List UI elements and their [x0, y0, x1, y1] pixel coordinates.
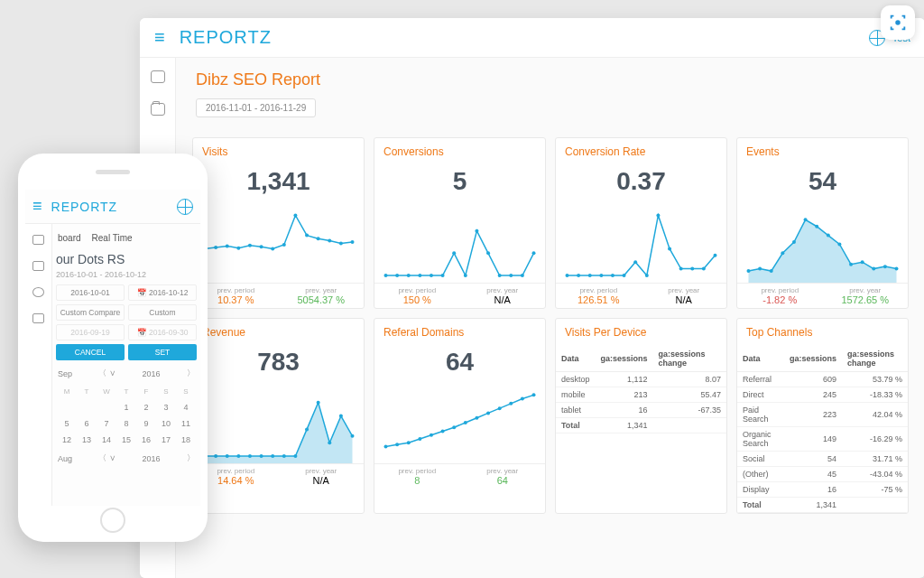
app-header: ≡ REPORTZ Test: [140, 18, 924, 58]
svg-point-34: [623, 274, 626, 277]
svg-point-68: [328, 441, 331, 444]
metric-card: Revenue 783 prev. period14.64 % prev. ye…: [192, 318, 365, 514]
svg-point-50: [827, 234, 830, 238]
svg-point-4: [236, 247, 240, 250]
svg-point-22: [464, 274, 467, 277]
svg-point-79: [475, 416, 478, 420]
svg-point-7: [271, 247, 274, 250]
svg-point-13: [339, 241, 343, 245]
svg-point-80: [486, 411, 490, 415]
table-row: Social5431.71 %: [737, 452, 908, 467]
svg-point-0: [896, 21, 900, 24]
svg-point-78: [464, 421, 467, 424]
svg-point-20: [441, 274, 445, 277]
svg-point-70: [351, 434, 355, 438]
dashboard-icon[interactable]: [151, 70, 165, 83]
desktop-window: ≡ REPORTZ Test Dibz SEO Report 2016-11-0…: [140, 18, 924, 578]
svg-point-83: [521, 397, 524, 401]
svg-point-76: [441, 430, 445, 434]
svg-point-56: [895, 267, 899, 271]
card-title: Visits: [193, 138, 364, 165]
metric-card: Referal Domains 64 prev. period8 prev. y…: [374, 318, 546, 514]
screenshot-button[interactable]: [881, 5, 915, 40]
svg-point-39: [679, 267, 683, 271]
table-row: mobile21355.47: [556, 387, 726, 403]
svg-point-53: [861, 260, 864, 264]
svg-point-66: [305, 427, 309, 431]
mobile-dashboard-icon[interactable]: [32, 235, 44, 245]
svg-point-30: [577, 274, 580, 277]
table-row: tablet16-67.35: [556, 403, 726, 418]
svg-point-26: [509, 274, 513, 277]
card-title: Conversion Rate: [556, 138, 726, 165]
svg-point-23: [475, 229, 478, 233]
mobile-date: 2016-10-01 - 2016-10-12: [56, 270, 197, 284]
card-value: 5: [374, 165, 545, 201]
menu-icon[interactable]: ≡: [154, 27, 165, 48]
svg-point-32: [599, 274, 603, 277]
svg-point-51: [837, 242, 841, 246]
svg-point-60: [236, 454, 240, 458]
svg-point-5: [248, 244, 252, 247]
table-row: Organic Search149-16.29 %: [737, 427, 908, 452]
table-row: Referral60953.79 %: [737, 372, 908, 387]
svg-point-74: [418, 437, 421, 441]
gear-icon[interactable]: [32, 287, 44, 297]
tab-dashboard[interactable]: board: [58, 233, 81, 243]
svg-point-31: [588, 274, 592, 277]
card-value: 64: [374, 346, 545, 382]
svg-point-38: [668, 247, 671, 250]
metric-card: Conversion Rate 0.37 prev. period126.51 …: [555, 137, 727, 309]
svg-point-40: [690, 267, 694, 271]
svg-point-3: [226, 244, 229, 247]
mobile-folder-icon[interactable]: [32, 261, 44, 271]
card-title: Visits Per Device: [556, 319, 726, 346]
card-title: Revenue: [193, 319, 364, 346]
svg-point-49: [815, 225, 818, 228]
svg-point-2: [214, 246, 217, 249]
svg-point-84: [532, 393, 536, 396]
svg-point-64: [282, 454, 286, 458]
table-row: Direct245-18.33 %: [737, 387, 908, 403]
document-icon[interactable]: [32, 313, 44, 323]
card-title: Events: [737, 138, 908, 165]
logo: REPORTZ: [180, 27, 272, 48]
date-range[interactable]: 2016-11-01 - 2016-11-29: [196, 98, 316, 117]
svg-point-81: [498, 406, 502, 410]
table-row: Display16-75 %: [737, 482, 908, 498]
svg-point-61: [248, 454, 252, 458]
svg-point-46: [781, 251, 784, 255]
mobile-globe-icon[interactable]: [177, 199, 193, 215]
svg-point-69: [339, 415, 343, 418]
metric-card: Conversions 5 prev. period150 % prev. ye…: [374, 137, 546, 309]
svg-point-33: [611, 274, 614, 277]
svg-point-18: [418, 274, 421, 277]
home-button[interactable]: [100, 508, 125, 533]
svg-point-10: [305, 234, 309, 238]
svg-point-27: [521, 274, 524, 277]
table-row: (Other)45-43.04 %: [737, 467, 908, 482]
table-row: Paid Search22342.04 %: [737, 403, 908, 427]
metric-card: Visits 1,341 prev. period10.37 % prev. y…: [192, 137, 365, 309]
svg-point-16: [395, 274, 399, 277]
folder-icon[interactable]: [151, 103, 165, 116]
svg-point-73: [407, 441, 411, 444]
svg-point-65: [293, 454, 297, 458]
svg-point-71: [384, 444, 388, 448]
mobile-title: our Dots RS: [56, 250, 197, 270]
svg-point-12: [328, 239, 331, 243]
svg-point-48: [804, 218, 808, 221]
svg-point-36: [645, 274, 649, 277]
svg-point-35: [633, 260, 637, 264]
card-value: 1,341: [193, 165, 364, 201]
tab-realtime[interactable]: Real Time: [92, 233, 133, 243]
svg-point-77: [452, 425, 456, 429]
table-card: Top ChannelsDataga:sessionsga:sessions c…: [736, 318, 909, 514]
svg-point-24: [486, 251, 490, 255]
mobile-menu-icon[interactable]: ≡: [32, 197, 42, 216]
svg-point-59: [226, 454, 229, 458]
page-title: Dibz SEO Report: [196, 70, 905, 89]
svg-point-6: [260, 245, 263, 248]
table-card: Visits Per DeviceDataga:sessionsga:sessi…: [555, 318, 727, 514]
svg-point-29: [566, 274, 569, 277]
